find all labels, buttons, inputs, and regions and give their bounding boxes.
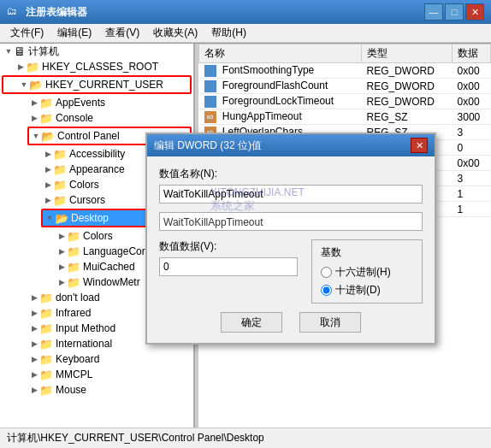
table-row[interactable]: FontSmoothingType REG_DWORD 0x00 (199, 63, 491, 79)
menu-file[interactable]: 文件(F) (3, 24, 50, 42)
dialog-cancel-button[interactable]: 取消 (299, 312, 361, 333)
folder-icon-dontload: 📁 (39, 292, 53, 304)
toggle-input-method[interactable]: ▶ (29, 323, 39, 333)
title-bar: 🗂 注册表编辑器 — □ ✕ (0, 0, 491, 24)
toggle-appearance[interactable]: ▶ (43, 164, 53, 174)
cell-type: REG_DWORD (361, 63, 452, 79)
tree-label-dontload: don't load (56, 292, 100, 304)
tree-label-infrared: Infrared (56, 307, 91, 319)
toggle-infrared[interactable]: ▶ (29, 308, 39, 318)
edit-dword-dialog[interactable]: 编辑 DWORD (32 位)值 ✕ 数值名称(N): XITONGZHIJIA… (145, 133, 436, 345)
toggle-appevents[interactable]: ▶ (29, 97, 39, 108)
cell-type: REG_SZ (361, 109, 452, 125)
minimize-button[interactable]: — (424, 3, 443, 21)
tree-label-mmcpl: MMCPL (56, 368, 92, 380)
tree-label-keyboard: Keyboard (56, 353, 99, 365)
folder-icon-colors2: 📁 (67, 230, 80, 243)
dialog-close-button[interactable]: ✕ (411, 138, 428, 153)
folder-icon-desktop: 📂 (55, 212, 68, 225)
menu-edit[interactable]: 编辑(E) (50, 24, 98, 42)
reg-type-icon: ab (204, 111, 216, 123)
tree-label-mouse: Mouse (56, 384, 86, 396)
tree-item-hkcu[interactable]: ▼ 📂 HKEY_CURRENT_USER (3, 77, 190, 92)
cell-name: ForegroundFlashCount (199, 79, 362, 94)
cell-value: 0x00 (453, 79, 491, 94)
radio-hex[interactable] (321, 267, 332, 278)
toggle-console[interactable]: ▶ (29, 113, 39, 123)
toggle-colors2[interactable]: ▶ (56, 231, 67, 241)
tree-label-hkcr: HKEY_CLASSES_ROOT (42, 61, 158, 73)
dialog-title-bar: 编辑 DWORD (32 位)值 ✕ (147, 134, 435, 156)
menu-help[interactable]: 帮助(H) (204, 24, 253, 42)
dialog-name-label: 数值名称(N): (159, 167, 423, 181)
toggle-hkcu[interactable]: ▼ (19, 80, 29, 90)
folder-icon-accessibility: 📁 (53, 148, 67, 161)
tree-item-console[interactable]: ▶ 📁 Console (0, 110, 193, 126)
tree-item-appevents[interactable]: ▶ 📁 AppEvents (0, 95, 193, 110)
tree-label-muicached: MuiCached (83, 261, 135, 273)
dialog-buttons: 确定 取消 (159, 312, 423, 333)
toggle-colors[interactable]: ▶ (43, 180, 53, 190)
folder-icon-mouse: 📁 (39, 384, 53, 397)
tree-item-mmcpl[interactable]: ▶ 📁 MMCPL (0, 367, 193, 382)
tree-label-international: International (56, 338, 112, 350)
radio-hex-label[interactable]: 十六进制(H) (321, 265, 413, 280)
toggle-hkcr[interactable]: ▶ (15, 62, 26, 72)
dialog-value-input[interactable] (159, 257, 298, 276)
tree-label-desktop: Desktop (71, 212, 109, 224)
tree-label-computer: 计算机 (28, 44, 59, 59)
toggle-computer[interactable]: ▼ (3, 46, 14, 56)
toggle-mouse[interactable]: ▶ (29, 385, 39, 395)
radio-dec[interactable] (321, 285, 332, 296)
toggle-muicached[interactable]: ▶ (56, 262, 67, 272)
toggle-dontload[interactable]: ▶ (29, 292, 39, 303)
cell-value: 3 (453, 171, 491, 186)
tree-item-mouse[interactable]: ▶ 📁 Mouse (0, 382, 193, 398)
dialog-value-label: 数值数据(V): (159, 239, 298, 254)
radio-dec-label[interactable]: 十进制(D) (321, 283, 413, 298)
reg-type-icon (204, 65, 216, 77)
folder-icon-console: 📁 (39, 112, 53, 125)
toggle-mmcpl[interactable]: ▶ (29, 369, 39, 380)
toggle-cursors[interactable]: ▶ (43, 195, 53, 205)
cell-value: 0x00 (453, 63, 491, 79)
dialog-body: 数值名称(N): XITONGZHIJIA.NET 系统之家 WaitToKil… (147, 156, 435, 343)
cell-value: 1 (453, 186, 491, 202)
toggle-accessibility[interactable]: ▶ (43, 149, 53, 159)
close-button[interactable]: ✕ (465, 3, 484, 21)
tree-item-keyboard[interactable]: ▶ 📁 Keyboard (0, 351, 193, 367)
table-row[interactable]: ForegroundLockTimeout REG_DWORD 0x00 (199, 94, 491, 109)
table-row[interactable]: ForegroundFlashCount REG_DWORD 0x00 (199, 79, 491, 94)
toggle-languagecor[interactable]: ▶ (56, 246, 67, 256)
tree-label-input-method: Input Method (56, 322, 115, 334)
reg-type-icon (204, 80, 216, 92)
folder-icon-international: 📁 (39, 338, 53, 351)
table-row[interactable]: ab HungAppTimeout REG_SZ 3000 (199, 109, 491, 125)
col-header-data: 数据 (453, 44, 491, 63)
tree-label-accessibility: Accessibility (69, 148, 125, 160)
cell-value: 3000 (453, 109, 491, 125)
tree-item-hkcr[interactable]: ▶ 📁 HKEY_CLASSES_ROOT (0, 59, 193, 74)
toggle-keyboard[interactable]: ▶ (29, 354, 39, 364)
menu-view[interactable]: 查看(V) (98, 24, 146, 42)
folder-icon-control-panel: 📂 (41, 130, 55, 143)
dialog-name-input[interactable] (159, 185, 423, 203)
hkcu-highlight-box: ▼ 📂 HKEY_CURRENT_USER (2, 75, 192, 94)
dialog-ok-button[interactable]: 确定 (221, 312, 282, 333)
cell-name: ab HungAppTimeout (199, 109, 362, 125)
computer-icon: 🖥 (14, 44, 26, 58)
folder-icon-appearance: 📁 (53, 163, 67, 176)
radio-group: 十六进制(H) 十进制(D) (321, 265, 413, 298)
toggle-windowmetr[interactable]: ▶ (56, 277, 67, 287)
maximize-button[interactable]: □ (445, 3, 464, 21)
cell-name: ForegroundLockTimeout (199, 94, 362, 109)
radio-hex-text: 十六进制(H) (335, 265, 391, 280)
tree-item-computer[interactable]: ▼ 🖥 计算机 (0, 44, 193, 59)
dialog-name-value: WaitToKillAppTimeout (159, 212, 423, 231)
menu-favorites[interactable]: 收藏夹(A) (146, 24, 204, 42)
cell-value: 0 (453, 140, 491, 156)
folder-icon-keyboard: 📁 (39, 353, 53, 366)
toggle-international[interactable]: ▶ (29, 339, 39, 349)
toggle-desktop[interactable]: ▼ (44, 213, 55, 223)
toggle-control-panel[interactable]: ▼ (31, 131, 41, 141)
